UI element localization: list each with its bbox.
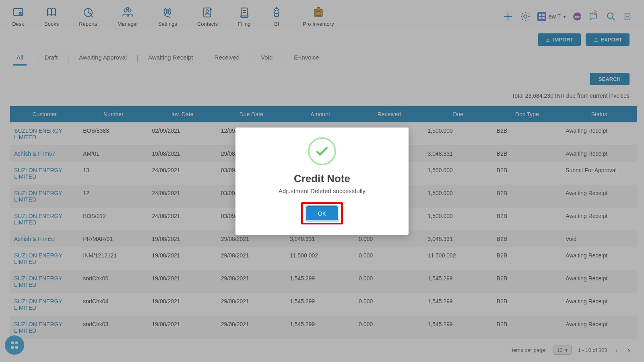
modal-title: Credit Note <box>294 173 350 185</box>
modal-ok-button[interactable]: OK <box>306 206 338 220</box>
modal-overlay: Credit Note Adjustment Deleted successfu… <box>0 0 644 362</box>
modal-message: Adjustment Deleted successfully <box>279 187 365 194</box>
success-check-icon <box>308 137 336 165</box>
ok-highlight: OK <box>301 202 343 224</box>
credit-note-modal: Credit Note Adjustment Deleted successfu… <box>235 128 409 235</box>
